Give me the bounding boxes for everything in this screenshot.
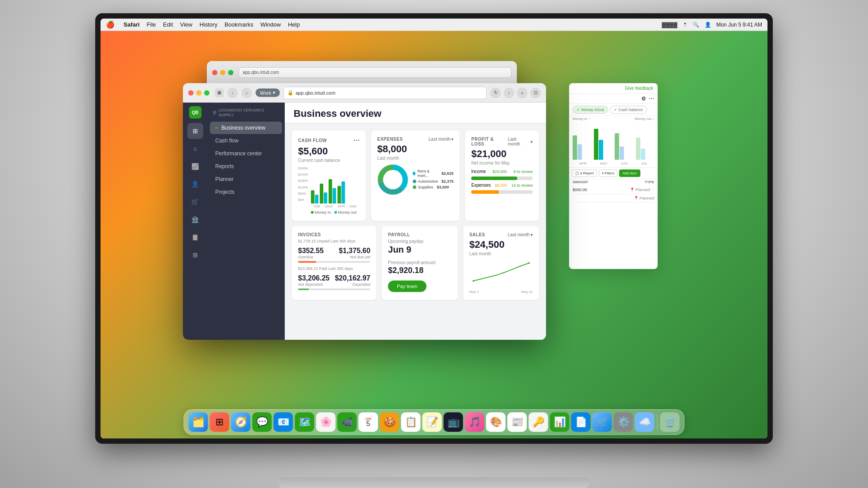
income-review-link[interactable]: 8 to review <box>513 169 533 174</box>
qb-logo-front: QB <box>189 106 202 119</box>
sales-filter[interactable]: Last month ▾ <box>508 232 533 237</box>
tabs-icon[interactable]: ⊞ <box>215 88 224 97</box>
cash-flow-more[interactable]: ⋯ <box>353 137 360 144</box>
sidebar-item-projects[interactable]: Projects <box>210 186 282 198</box>
menu-edit[interactable]: Edit <box>163 21 173 28</box>
wifi-icon: ⇡ <box>683 22 687 28</box>
back-button[interactable]: ‹ <box>227 88 238 98</box>
maximize-button-front[interactable] <box>204 90 209 96</box>
not-dep-bar <box>298 288 309 290</box>
dock-finder[interactable]: 🗂️ <box>189 412 208 432</box>
menu-view[interactable]: View <box>180 21 193 28</box>
search-icon[interactable]: 🔍 <box>693 22 699 28</box>
dock-trash[interactable]: 🗑️ <box>660 412 680 432</box>
menu-help[interactable]: Help <box>288 21 300 28</box>
sidebar-item-performance[interactable]: Performance center <box>210 147 282 160</box>
expense-bar <box>471 190 499 194</box>
menu-file[interactable]: File <box>147 21 156 28</box>
address-bar-front[interactable]: 🔒 app.qbo.intuit.com <box>283 87 487 99</box>
sidebar-item-reports[interactable]: Reports <box>210 160 282 173</box>
nav-cart[interactable]: 🛒 <box>187 194 203 210</box>
dock-tv[interactable]: 📺 <box>444 412 463 432</box>
bar-jun-out <box>620 146 624 160</box>
dock-messages[interactable]: 💬 <box>252 412 272 432</box>
expense-review-link[interactable]: 15 to review <box>511 183 533 188</box>
donut-legend: Rent & mort... $2,625 Automotive $2,375 <box>413 169 454 191</box>
dock-music[interactable]: 🎵 <box>465 412 484 432</box>
panel-chart <box>569 122 658 161</box>
dock-notes[interactable]: 📝 <box>422 412 442 432</box>
dock-cookie[interactable]: 🍪 <box>380 412 399 432</box>
minimize-button-back[interactable] <box>220 70 225 75</box>
filters-button[interactable]: ≡ Filters <box>599 169 617 177</box>
dock-appstore[interactable]: 🛒 <box>593 412 612 432</box>
maximize-button-back[interactable] <box>228 70 233 75</box>
dock-news[interactable]: 📰 <box>508 412 527 432</box>
settings-icon[interactable]: ⚙ <box>641 96 646 102</box>
menu-bookmarks[interactable]: Bookmarks <box>225 21 253 28</box>
sidebar-button[interactable]: ⊡ <box>530 88 541 98</box>
nav-apps[interactable]: ⊞ <box>187 247 203 263</box>
work-badge[interactable]: Work ▾ <box>256 88 280 97</box>
url-front: app.qbo.intuit.com <box>295 90 335 96</box>
dock-keychain[interactable]: 🔑 <box>529 412 548 432</box>
sidebar-item-planner[interactable]: Planner <box>210 173 282 185</box>
app-name[interactable]: Safari <box>124 21 140 28</box>
dock-settings[interactable]: ⚙️ <box>614 412 633 432</box>
legend-color-auto <box>413 180 416 183</box>
pl-income-row: Income $29,000 8 to review <box>471 169 533 174</box>
close-button-back[interactable] <box>212 70 217 75</box>
payroll-date: Jun 9 <box>388 245 451 255</box>
pl-filter[interactable]: Last month ▾ <box>508 137 533 146</box>
dock-reminders[interactable]: 📋 <box>401 412 421 432</box>
report-button[interactable]: 📋 d Report <box>572 169 597 177</box>
dock-calendar[interactable]: JUN 5 <box>359 412 378 432</box>
dock-pages[interactable]: 📄 <box>571 412 591 432</box>
money-out-label: Money out ↓ <box>635 117 654 121</box>
nav-chart[interactable]: 📈 <box>187 158 203 174</box>
more-icon[interactable]: ⋯ <box>649 96 654 102</box>
address-bar-back[interactable]: app.qbo.intuit.com <box>239 67 512 78</box>
expenses-filter[interactable]: Last month ▾ <box>429 137 453 142</box>
page-title-main: Business overview <box>294 108 537 119</box>
new-tab-button[interactable]: + <box>517 88 527 98</box>
dock-freeform[interactable]: 🎨 <box>486 412 506 432</box>
cash-flow-header: CASH FLOW ⋯ <box>298 137 360 144</box>
menu-window[interactable]: Window <box>260 21 281 28</box>
reload-button[interactable]: ↻ <box>490 88 501 98</box>
cash-balance-toggle[interactable]: ✓ Cash balance <box>610 106 647 114</box>
dock-photos[interactable]: 🌸 <box>316 412 336 432</box>
dock-maps[interactable]: 🗺️ <box>295 412 314 432</box>
screen-inner: 🍎 Safari File Edit View History Bookmark… <box>101 19 767 438</box>
dock-icloud[interactable]: ☁️ <box>635 412 655 432</box>
forward-button[interactable]: › <box>241 88 252 98</box>
cards-row-1: CASH FLOW ⋯ $5,600 Current cash balance <box>292 131 539 221</box>
dock-mail[interactable]: 📧 <box>274 412 293 432</box>
chart-bars-area: FEBMARAPRMAY Money In Money out <box>311 166 360 215</box>
sidebar-item-business-overview[interactable]: Business overview <box>210 122 282 134</box>
add-item-button[interactable]: Add item <box>619 169 640 177</box>
chart-legend: Money In Money out <box>311 210 360 215</box>
sidebar-label-projects: Projects <box>215 189 234 195</box>
minimize-button-front[interactable] <box>196 90 202 96</box>
pl-details: Income $29,000 8 to review <box>471 169 533 194</box>
dock-numbers[interactable]: 📊 <box>550 412 570 432</box>
nav-home[interactable]: ⌂ <box>187 141 203 157</box>
dock-safari[interactable]: 🧭 <box>231 412 251 432</box>
nav-bank[interactable]: 🏦 <box>187 211 203 227</box>
give-feedback[interactable]: Give feedback <box>569 83 658 94</box>
pay-team-button[interactable]: Pay team <box>388 281 426 292</box>
dock-launchpad[interactable]: ⊞ <box>210 412 229 432</box>
nav-dashboard[interactable]: ⊞ <box>187 123 203 139</box>
close-button-front[interactable] <box>188 90 194 96</box>
sidebar-item-cashflow[interactable]: Cash flow <box>210 134 282 147</box>
menu-history[interactable]: History <box>199 21 217 28</box>
overdue-label: Overdue <box>298 255 332 259</box>
money-inout-toggle[interactable]: ✓ Money in/out <box>573 106 608 114</box>
nav-contacts[interactable]: 👤 <box>187 176 203 192</box>
apple-menu[interactable]: 🍎 <box>106 20 115 29</box>
deposited-label: Deposited <box>335 282 370 287</box>
nav-tax[interactable]: 📋 <box>187 229 203 245</box>
share-button[interactable]: ↑ <box>504 88 514 98</box>
dock-facetime[interactable]: 📹 <box>337 412 357 432</box>
